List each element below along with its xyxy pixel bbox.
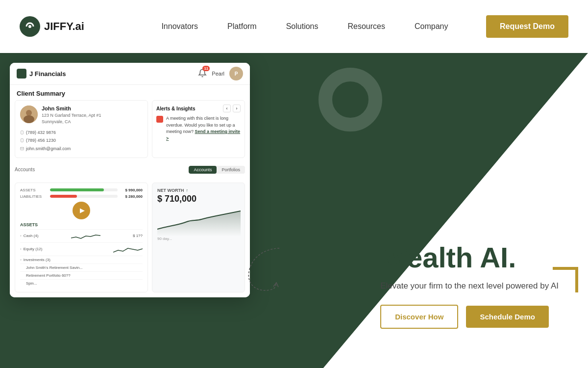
chevron-icon2: › — [20, 247, 22, 251]
tab-accounts[interactable]: Accounts — [189, 166, 217, 174]
cash-item: › Cash (4) $ 1?? — [20, 229, 143, 242]
bottom-two-col: ASSETS $ 990,000 LIABILITIES $ 280,000 — [10, 183, 250, 297]
logo[interactable]: JIFFY.ai — [20, 16, 84, 37]
alerts-card: Alerts & Insights ‹ › A meeting with thi… — [152, 100, 245, 158]
client-contact: (789) 432 9876 (789) 456 1230 john.smith… — [20, 129, 143, 153]
svg-rect-7 — [21, 139, 24, 142]
client-info: John Smith 123 N Garland Terrace, Apt #1… — [42, 105, 101, 125]
dash-header: J Financials Pearl P — [10, 63, 250, 85]
dashboard-mockup: J Financials Pearl P Client Summary — [10, 63, 250, 297]
assets-bar-track — [50, 188, 118, 191]
assets-label: ASSETS — [20, 188, 47, 192]
notifications-bell[interactable] — [198, 69, 207, 79]
assets-section-label: ASSETS — [20, 222, 143, 227]
chevron-icon: › — [20, 234, 22, 238]
sub-item1: John Smith's Retirement Savin... — [20, 263, 143, 271]
liabilities-bar-fill — [50, 195, 77, 198]
investments-label: Investments (3) — [24, 258, 50, 262]
navbar: JIFFY.ai Innovators Platform Solutions R… — [0, 0, 588, 53]
nav-resources[interactable]: Resources — [348, 22, 385, 31]
phone-icon — [20, 131, 24, 134]
user-avatar: P — [229, 67, 243, 80]
arrow-decoration — [240, 243, 289, 304]
liabilities-bar-track — [50, 195, 118, 198]
cash-sparkline — [71, 231, 100, 241]
dash-logo-icon — [17, 69, 26, 79]
sub-item2: Retirement Portfolio 60?? — [20, 271, 143, 279]
alerts-next-btn[interactable]: › — [233, 105, 241, 112]
investments-item: › Investments (3) — [20, 256, 143, 263]
cash-item-left: › Cash (4) — [20, 234, 38, 238]
equity-item-left: › Equity (12) — [20, 247, 42, 251]
play-btn-container — [20, 202, 143, 219]
alert-text: A meeting with this client is long overd… — [166, 115, 241, 142]
svg-point-3 — [26, 110, 32, 116]
client-top: John Smith 123 N Garland Terrace, Apt #1… — [20, 105, 143, 125]
discover-how-button[interactable]: Discover How — [380, 305, 458, 329]
accounts-title: Accounts — [15, 167, 35, 172]
client-phone1: (789) 432 9876 — [26, 129, 56, 136]
assets-bar-fill — [50, 188, 104, 191]
dash-logo: J Financials — [17, 69, 66, 79]
hero-section: J Financials Pearl P Client Summary — [0, 53, 588, 368]
nav-links: Innovators Platform Solutions Resources … — [123, 22, 486, 31]
hero-headline: Wealth AI. — [380, 242, 559, 273]
logo-text: JIFFY.ai — [44, 20, 84, 33]
networth-card: NET WORTH ↑ $ 710,000 — [152, 183, 245, 292]
liabilities-label: LIABILITIES — [20, 194, 47, 199]
cash-value: $ 1?? — [133, 234, 143, 238]
cash-label: Cash (4) — [24, 234, 39, 238]
client-avatar-svg — [20, 105, 38, 123]
sub-item3: Spin... — [20, 279, 143, 287]
nav-solutions[interactable]: Solutions — [286, 22, 318, 31]
assets-bar-row: ASSETS $ 990,000 — [20, 188, 143, 192]
alerts-nav: ‹ › — [223, 105, 241, 112]
logo-icon — [20, 16, 40, 37]
alert-icon — [156, 116, 163, 123]
networth-chart-svg — [157, 207, 241, 237]
networth-period: 90 day... — [157, 237, 240, 241]
networth-value: $ 710,000 — [157, 194, 240, 204]
alerts-title: Alerts & Insights ‹ › — [156, 105, 241, 112]
investments-item-left: › Investments (3) — [20, 258, 50, 262]
schedule-demo-button[interactable]: Schedule Demo — [466, 306, 549, 328]
assets-card: ASSETS $ 990,000 LIABILITIES $ 280,000 — [15, 183, 148, 292]
tab-portfolios[interactable]: Portfolios — [217, 166, 245, 174]
chevron-icon3: › — [19, 259, 23, 261]
accounts-section: Accounts Accounts Portfolios — [10, 163, 250, 183]
phone2-icon — [20, 138, 24, 142]
dash-company-name: J Financials — [29, 70, 66, 78]
play-button[interactable] — [73, 202, 90, 219]
circle-decoration — [318, 68, 382, 131]
client-address2: Sunnyvale, CA — [42, 119, 101, 125]
svg-rect-5 — [21, 131, 24, 134]
spiral-arrow-svg — [240, 243, 289, 302]
nav-innovators[interactable]: Innovators — [161, 22, 198, 31]
bell-icon — [198, 69, 207, 78]
nav-platform[interactable]: Platform — [227, 22, 257, 31]
svg-point-4 — [24, 115, 34, 123]
bracket-accent — [556, 267, 578, 289]
networth-label: NET WORTH — [157, 188, 184, 193]
alert-item: A meeting with this client is long overd… — [156, 115, 241, 142]
hero-text: Wealth AI. Elevate your firm to the next… — [380, 242, 559, 329]
client-card: John Smith 123 N Garland Terrace, Apt #1… — [15, 100, 148, 158]
tab-group: Accounts Portfolios — [189, 166, 245, 174]
networth-header: NET WORTH ↑ — [157, 188, 240, 193]
email-icon — [20, 147, 24, 151]
equity-item: › Equity (12) — [20, 242, 143, 256]
liabilities-value: $ 280,000 — [121, 194, 143, 199]
equity-sparkline — [113, 244, 143, 254]
client-phone2: (789) 456 1230 — [26, 136, 56, 144]
client-name: John Smith — [42, 105, 101, 111]
client-address1: 123 N Garland Terrace, Apt #1 — [42, 112, 101, 119]
hero-buttons: Discover How Schedule Demo — [380, 305, 559, 329]
hero-subtext: Elevate your firm to the next level powe… — [380, 281, 559, 291]
svg-point-1 — [28, 25, 31, 28]
networth-chart — [157, 207, 240, 237]
nav-company[interactable]: Company — [415, 22, 448, 31]
client-avatar — [20, 105, 38, 123]
client-alerts-row: John Smith 123 N Garland Terrace, Apt #1… — [10, 100, 250, 163]
request-demo-button[interactable]: Request Demo — [486, 15, 568, 38]
alerts-prev-btn[interactable]: ‹ — [223, 105, 231, 112]
